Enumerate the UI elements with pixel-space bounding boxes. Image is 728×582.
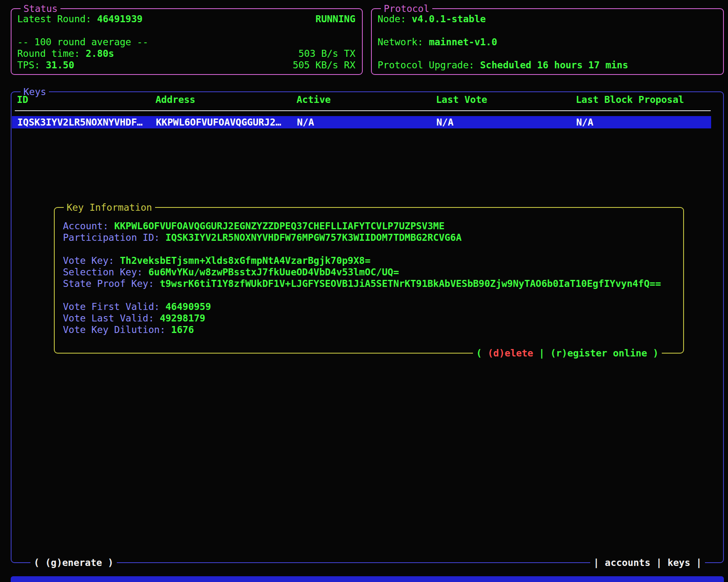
vote-first-valid-label: Vote First Valid: — [63, 301, 160, 312]
col-header-last-block-proposal: Last Block Proposal — [576, 94, 684, 105]
protocol-upgrade: Protocol Upgrade: Scheduled 16 hours 17 … — [378, 60, 628, 70]
network-label: Network: — [378, 37, 423, 47]
node-version-label: Node: — [378, 14, 406, 24]
vote-key-dilution-value: 1676 — [171, 324, 194, 335]
key-info-controls: ( (d)elete | (r)egister online ) — [473, 347, 662, 359]
vote-first-valid-value: 46490959 — [165, 301, 211, 312]
status-panel: Status Latest Round: 46491939 RUNNING --… — [11, 8, 363, 75]
tps: TPS: 31.50 — [17, 59, 74, 71]
cell-last-block-proposal: N/A — [576, 116, 594, 128]
rx-rate: 505 KB/s RX — [293, 59, 355, 71]
controls-open-paren: ( — [476, 348, 482, 359]
nav-separator: | — [656, 557, 662, 568]
latest-round-value: 46491939 — [97, 14, 143, 24]
keys-panel: Keys ID Address Active Last Vote Last Bl… — [11, 91, 724, 563]
tps-value: 31.50 — [46, 60, 74, 70]
round-time-value: 2.80s — [86, 48, 114, 59]
tps-label: TPS: — [17, 60, 40, 70]
delete-control[interactable]: (d)elete — [488, 348, 533, 359]
account-value: KKPWL6OFVUFOAVQGGURJ2EGNZYZZDPEQ37CHEFLL… — [114, 221, 445, 231]
col-header-last-vote: Last Vote — [436, 94, 487, 105]
round-average-header: -- 100 round average -- — [17, 37, 148, 47]
key-information-panel: Key Information Account: KKPWL6OFVUFOAVQ… — [54, 207, 684, 354]
round-time: Round time: 2.80s — [17, 48, 114, 59]
keys-table-divider — [15, 110, 711, 111]
table-row[interactable]: IQSK3IYV2LR5NOXNYVHDF… KKPWL6OFVUFOAVQGG… — [12, 116, 711, 128]
key-information-title: Key Information — [64, 202, 155, 213]
generate-control[interactable]: ( (g)enerate ) — [30, 557, 117, 568]
node-version-value: v4.0.1-stable — [412, 14, 486, 24]
cell-address: KKPWL6OFVUFOAVQGGURJ2… — [156, 116, 281, 128]
vote-last-valid-value: 49298179 — [160, 313, 205, 324]
view-nav: | accounts | keys | — [590, 557, 705, 568]
col-header-address: Address — [155, 94, 195, 105]
node-terminal-screen: Status Latest Round: 46491939 RUNNING --… — [0, 0, 728, 582]
nav-keys[interactable]: keys — [668, 557, 690, 568]
cell-id: IQSK3IYV2LR5NOXNYVHDF… — [17, 116, 143, 128]
participation-id-label: Participation ID: — [63, 232, 160, 243]
register-online-control[interactable]: (r)egister online — [550, 348, 647, 359]
network: Network: mainnet-v1.0 — [378, 37, 497, 47]
controls-separator: | — [539, 348, 545, 359]
vote-last-valid-label: Vote Last Valid: — [63, 313, 154, 324]
nav-separator: | — [696, 557, 702, 568]
nav-accounts[interactable]: accounts — [605, 557, 651, 568]
selection-key-label: Selection Key: — [63, 267, 143, 277]
round-time-label: Round time: — [17, 48, 80, 59]
vote-key-dilution-label: Vote Key Dilution: — [63, 324, 165, 335]
col-header-active: Active — [297, 94, 331, 105]
protocol-panel-title: Protocol — [381, 3, 432, 14]
protocol-upgrade-value: Scheduled 16 hours 17 mins — [480, 60, 628, 70]
node-version: Node: v4.0.1-stable — [378, 14, 486, 24]
status-panel-title: Status — [21, 3, 60, 14]
participation-id-value: IQSK3IYV2LR5NOXNYVHDFW76MPGW757K3WIIDOM7… — [165, 232, 461, 243]
controls-close-paren: ) — [653, 348, 658, 359]
selection-key-value: 6u6MvYKu/w8zwPBsstxJ7fkUueOD4VbD4v53lmOC… — [148, 267, 399, 277]
vote-key-label: Vote Key: — [63, 255, 114, 266]
latest-round-label: Latest Round: — [17, 14, 91, 24]
state-proof-key-value: t9wsrK6tiT1Y8zfWUkDF1V+LJGFYSEOVB1JiA5SE… — [160, 278, 661, 289]
network-value: mainnet-v1.0 — [429, 37, 497, 47]
protocol-upgrade-label: Protocol Upgrade: — [378, 60, 474, 70]
keys-table-header: ID Address Active Last Vote Last Block P… — [12, 94, 723, 105]
tx-rate: 503 B/s TX — [299, 48, 355, 59]
latest-round: Latest Round: 46491939 — [17, 13, 143, 25]
account-label: Account: — [63, 221, 109, 231]
protocol-panel: Protocol Node: v4.0.1-stable Network: ma… — [371, 8, 724, 75]
node-state-badge: RUNNING — [315, 13, 355, 25]
col-header-id: ID — [17, 94, 28, 105]
bottom-bar — [11, 576, 724, 582]
nav-separator: | — [594, 557, 599, 568]
state-proof-key-label: State Proof Key: — [63, 278, 154, 289]
vote-key-value: Th2veksbETjsmn+Xlds8xGfmpNtA4VzarBgjk70p… — [120, 255, 370, 266]
cell-last-vote: N/A — [436, 116, 454, 128]
cell-active: N/A — [297, 116, 314, 128]
